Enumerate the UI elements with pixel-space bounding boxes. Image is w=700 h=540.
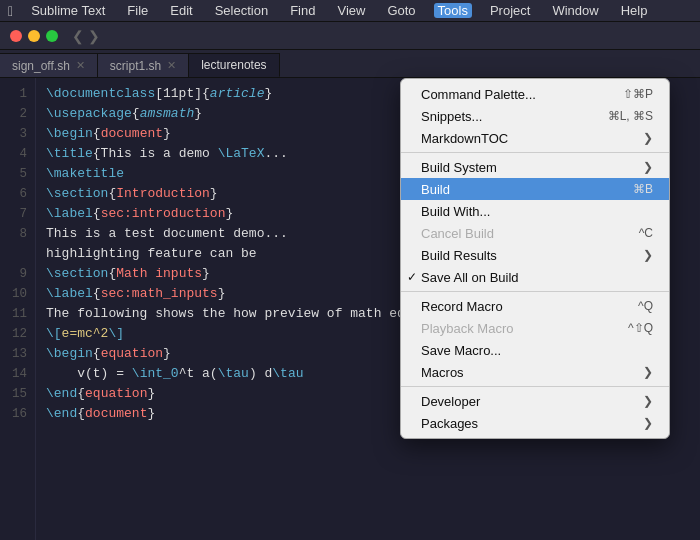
menu-item-wrapper-build-results: Build Results ❯ [401,244,669,266]
menu-item-wrapper-command-palette: Command Palette... ⇧⌘P [401,83,669,105]
line-num-15: 15 [0,384,35,404]
menubar-window[interactable]: Window [548,3,602,18]
menu-item-record-macro[interactable]: Record Macro ^Q [401,295,669,317]
menu-item-build-system[interactable]: Build System ❯ [401,156,669,178]
line-num-14: 14 [0,364,35,384]
minimize-button[interactable] [28,30,40,42]
menu-item-label-snippets: Snippets... [421,109,482,124]
tab-label-lecturenotes: lecturenotes [201,58,266,72]
submenu-arrow-developer: ❯ [643,394,653,408]
line-num-4: 4 [0,144,35,164]
line-num-8: 8 [0,224,35,244]
menu-item-command-palette[interactable]: Command Palette... ⇧⌘P [401,83,669,105]
forward-arrow-icon[interactable]: ❯ [88,28,100,44]
menu-item-build-with[interactable]: Build With... [401,200,669,222]
menu-item-label-macros: Macros [421,365,464,380]
menu-item-wrapper-save-all-on-build: ✓ Save All on Build [401,266,669,288]
menu-item-build-results[interactable]: Build Results ❯ [401,244,669,266]
tab-close-script1[interactable]: ✕ [167,59,176,72]
menu-item-cancel-build[interactable]: Cancel Build ^C [401,222,669,244]
line-num-3: 3 [0,124,35,144]
line-num-6: 6 [0,184,35,204]
menu-item-label-playback-macro: Playback Macro [421,321,513,336]
menu-item-label-markdowntoc: MarkdownTOC [421,131,508,146]
menu-item-wrapper-record-macro: Record Macro ^Q [401,295,669,317]
menu-item-label-build-with: Build With... [421,204,490,219]
menu-item-label-command-palette: Command Palette... [421,87,536,102]
tab-script1[interactable]: script1.sh ✕ [98,53,189,77]
menu-item-save-all-on-build[interactable]: ✓ Save All on Build [401,266,669,288]
line-num-12: 12 [0,324,35,344]
tab-close-sign-off[interactable]: ✕ [76,59,85,72]
tools-dropdown-menu: Command Palette... ⇧⌘P Snippets... ⌘L, ⌘… [400,78,670,439]
menu-shortcut-snippets: ⌘L, ⌘S [608,109,653,123]
tab-label-sign-off: sign_off.sh [12,59,70,73]
submenu-arrow-markdowntoc: ❯ [643,131,653,145]
menu-item-playback-macro[interactable]: Playback Macro ^⇧Q [401,317,669,339]
menubar-selection[interactable]: Selection [211,3,272,18]
menu-item-wrapper-packages: Packages ❯ [401,412,669,434]
menu-item-save-macro[interactable]: Save Macro... [401,339,669,361]
titlebar: ❮ ❯ [0,22,700,50]
submenu-arrow-build-results: ❯ [643,248,653,262]
separator-2 [401,291,669,292]
line-num-5: 5 [0,164,35,184]
menubar-file[interactable]: File [123,3,152,18]
menu-shortcut-build: ⌘B [633,182,653,196]
separator-3 [401,386,669,387]
menubar-view[interactable]: View [333,3,369,18]
menu-item-label-cancel-build: Cancel Build [421,226,494,241]
line-num-8b [0,244,35,264]
menu-item-build[interactable]: Build ⌘B [401,178,669,200]
tabs-bar: sign_off.sh ✕ script1.sh ✕ lecturenotes [0,50,700,78]
tab-sign-off[interactable]: sign_off.sh ✕ [0,53,98,77]
line-num-10: 10 [0,284,35,304]
menubar-goto[interactable]: Goto [383,3,419,18]
line-num-16: 16 [0,404,35,424]
submenu-arrow-build-system: ❯ [643,160,653,174]
line-num-2: 2 [0,104,35,124]
menubar-sublime-text[interactable]: Sublime Text [27,3,109,18]
close-button[interactable] [10,30,22,42]
menu-item-snippets[interactable]: Snippets... ⌘L, ⌘S [401,105,669,127]
tab-label-script1: script1.sh [110,59,161,73]
back-arrow-icon[interactable]: ❮ [72,28,84,44]
menu-item-packages[interactable]: Packages ❯ [401,412,669,434]
menu-item-label-developer: Developer [421,394,480,409]
line-num-7: 7 [0,204,35,224]
menu-item-wrapper-build-system: Build System ❯ [401,156,669,178]
tab-lecturenotes[interactable]: lecturenotes [189,53,279,77]
menu-item-wrapper-save-macro: Save Macro... [401,339,669,361]
line-numbers: 1 2 3 4 5 6 7 8 9 10 11 12 13 14 15 16 [0,78,36,540]
menu-item-label-build-results: Build Results [421,248,497,263]
submenu-arrow-packages: ❯ [643,416,653,430]
menu-item-wrapper-developer: Developer ❯ [401,390,669,412]
apple-menu[interactable]:  [8,3,13,19]
menu-item-developer[interactable]: Developer ❯ [401,390,669,412]
menu-item-markdowntoc[interactable]: MarkdownTOC ❯ [401,127,669,149]
menu-item-macros[interactable]: Macros ❯ [401,361,669,383]
traffic-lights [10,30,58,42]
menu-item-wrapper-markdowntoc: MarkdownTOC ❯ [401,127,669,149]
menu-item-wrapper-snippets: Snippets... ⌘L, ⌘S [401,105,669,127]
line-num-9: 9 [0,264,35,284]
menu-item-wrapper-cancel-build: Cancel Build ^C [401,222,669,244]
menu-item-wrapper-build-with: Build With... [401,200,669,222]
menubar:  Sublime Text File Edit Selection Find … [0,0,700,22]
menu-shortcut-record-macro: ^Q [638,299,653,313]
maximize-button[interactable] [46,30,58,42]
menu-item-label-build: Build [421,182,450,197]
menu-item-label-record-macro: Record Macro [421,299,503,314]
menubar-find[interactable]: Find [286,3,319,18]
submenu-arrow-macros: ❯ [643,365,653,379]
line-num-13: 13 [0,344,35,364]
menubar-help[interactable]: Help [617,3,652,18]
menu-shortcut-cancel-build: ^C [639,226,653,240]
menubar-tools[interactable]: Tools [434,3,472,18]
menu-item-wrapper-macros: Macros ❯ [401,361,669,383]
menubar-edit[interactable]: Edit [166,3,196,18]
check-icon-save-all: ✓ [407,270,417,284]
menu-item-label-build-system: Build System [421,160,497,175]
menubar-project[interactable]: Project [486,3,534,18]
menu-item-wrapper-build: Build ⌘B [401,178,669,200]
